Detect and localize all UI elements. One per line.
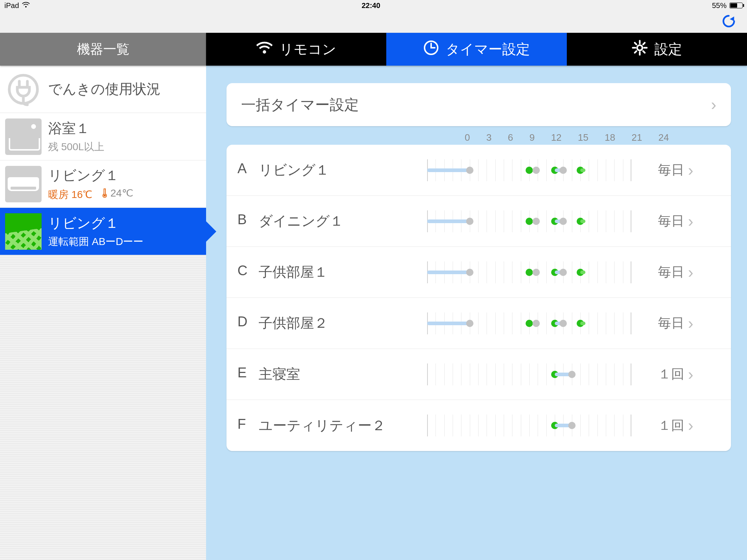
refresh-icon[interactable] [721,13,737,31]
timeline-segment [580,168,585,172]
chevron-right-icon: › [688,365,693,384]
clock: 22:40 [361,1,380,10]
timer-freq-label: 毎日 [658,212,684,230]
timer-letter: D [237,314,252,332]
timer-room-name: ユーティリティー２ [259,416,386,435]
sidebar-empty [0,255,206,560]
timer-letter: B [237,212,252,230]
timeline-dot [526,269,533,276]
timer-row[interactable]: D子供部屋２毎日› [227,298,731,349]
timeline-dot [533,269,540,276]
sidebar-item-living-floor[interactable]: リビング１ 運転範囲 ABーDーー [0,208,206,255]
timeline-dot [560,218,567,225]
timeline-segment [580,322,585,325]
mode-label: 暖房 16℃ [48,189,92,200]
timeline [427,415,631,436]
hour-tick: 15 [578,132,588,143]
thermometer-icon [102,188,108,198]
status-bar: iPad 22:40 55% [0,0,747,11]
timeline [427,210,631,232]
hour-tick: 3 [486,132,491,143]
hour-tick: 18 [605,132,615,143]
timeline-segment [427,219,470,223]
hour-tick: 24 [658,132,669,143]
tab-timer[interactable]: タイマー設定 [386,33,566,66]
floor-heating-icon [5,213,42,250]
timeline-segment [580,219,585,223]
chevron-right-icon: › [688,314,693,332]
sidebar-item-power-usage[interactable]: でんきの使用状況 [0,66,206,113]
timeline-segment [427,322,470,325]
wifi-icon [256,41,273,58]
sidebar-item-sub: 暖房 16℃ 24℃ [48,187,133,202]
timeline-segment [427,271,470,274]
sidebar-item-sub: 残 500L以上 [48,140,104,154]
svg-point-5 [637,45,642,50]
timer-row[interactable]: E主寝室１回› [227,349,731,400]
timer-row[interactable]: Fユーティリティー２１回› [227,400,731,451]
aircon-icon [5,166,42,202]
timeline [427,312,631,334]
timer-freq-label: 毎日 [658,263,684,281]
timeline [427,261,631,283]
hour-tick: 9 [529,132,534,143]
tabs: リモコン タイマー設定 設定 [206,33,747,66]
timeline-dot [526,218,533,225]
sidebar-item-label: 浴室１ [48,119,104,138]
bulk-timer-label: 一括タイマー設定 [241,95,359,115]
timer-room-name: リビング１ [259,161,329,179]
timer-freq-label: 毎日 [658,314,684,332]
sidebar-item-bathroom[interactable]: 浴室１ 残 500L以上 [0,113,206,160]
hour-tick: 12 [551,132,562,143]
svg-line-13 [643,43,645,44]
sidebar-item-living-ac[interactable]: リビング１ 暖房 16℃ 24℃ [0,160,206,208]
hour-ticks: 03691215182124 [227,132,731,143]
content-area: 一括タイマー設定 › 03691215182124 Aリビング１毎日›Bダイニン… [206,66,747,560]
timeline-dot [526,320,533,327]
timeline-dot [466,167,473,174]
chevron-right-icon: › [711,96,716,114]
sidebar-item-sub: 運転範囲 ABーDーー [48,235,143,249]
gear-icon [632,40,648,59]
timeline-segment [427,168,470,172]
toolbar [0,11,747,33]
chevron-right-icon: › [688,161,693,179]
timer-row[interactable]: C子供部屋１毎日› [227,247,731,298]
timer-room-name: ダイニング１ [259,212,344,230]
battery-icon [729,3,743,8]
tab-label: リモコン [279,40,336,59]
timeline-dot [533,167,540,174]
wifi-icon [22,1,30,10]
timeline [427,363,631,385]
sidebar-header: 機器一覧 [0,33,206,66]
timer-room-name: 子供部屋１ [259,263,328,281]
hour-tick: 6 [508,132,513,143]
timeline-dot [560,167,567,174]
svg-point-3 [263,50,266,53]
timer-row[interactable]: Bダイニング１毎日› [227,196,731,247]
timeline-dot [533,320,540,327]
svg-line-10 [635,43,636,44]
chevron-right-icon: › [688,212,693,230]
hour-tick: 21 [631,132,642,143]
timeline-dot [466,320,473,327]
svg-point-0 [25,6,27,7]
svg-line-12 [635,51,636,53]
timeline-dot [560,269,567,276]
timer-row[interactable]: Aリビング１毎日› [227,145,731,196]
timer-letter: F [237,416,252,435]
hour-tick: 0 [465,132,470,143]
timer-letter: E [237,365,252,384]
timer-list: Aリビング１毎日›Bダイニング１毎日›C子供部屋１毎日›D子供部屋２毎日›E主寝… [227,145,731,451]
timer-freq-label: １回 [658,417,684,435]
timer-room-name: 主寝室 [259,365,300,384]
bulk-timer-row[interactable]: 一括タイマー設定 › [227,83,731,126]
chevron-right-icon: › [688,263,693,281]
timeline-dot [568,422,576,429]
timeline [427,159,631,181]
tab-remote[interactable]: リモコン [206,33,386,66]
device-label: iPad [4,1,19,10]
chevron-right-icon: › [688,416,693,435]
tab-settings[interactable]: 設定 [567,33,747,66]
timeline-dot [560,320,567,327]
